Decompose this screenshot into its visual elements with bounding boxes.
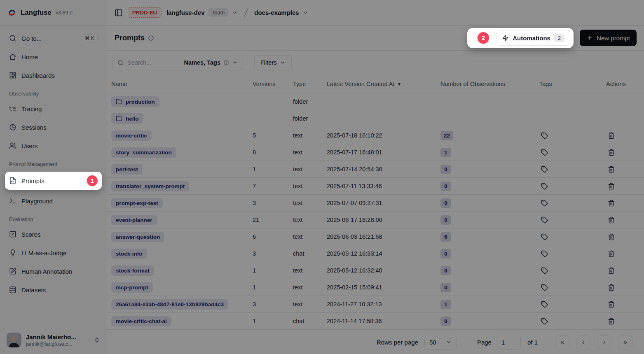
delete-button[interactable] <box>606 249 616 259</box>
first-page-button[interactable]: « <box>555 335 569 349</box>
delete-button[interactable] <box>606 316 616 326</box>
filters-button[interactable]: Filters <box>254 55 292 70</box>
prompt-name-badge[interactable]: answer-question <box>111 232 164 242</box>
prompts-table: Name Versions Type Latest Version Create… <box>107 75 644 330</box>
delete-button[interactable] <box>606 215 616 225</box>
sidebar-item-users[interactable]: Users <box>5 138 102 153</box>
cell-type: text <box>293 284 327 291</box>
info-icon[interactable] <box>148 35 154 41</box>
delete-button[interactable] <box>606 282 616 293</box>
table-row[interactable]: hello folder <box>107 110 644 127</box>
search-icon <box>9 35 16 42</box>
cell-created: 2024-11-27 10:32:13 <box>327 301 440 307</box>
delete-button[interactable] <box>606 232 616 242</box>
sidebar: Langfuse v3.89.0 Go to... ⌘ K Home <box>0 0 107 354</box>
sidebar-item-prompts[interactable]: Prompts 1 <box>5 172 102 190</box>
table-row[interactable]: stock-info 3 chat 2025-05-12 16:33:14 0 <box>107 245 644 262</box>
previous-page-button[interactable]: ‹ <box>576 335 590 349</box>
table-row[interactable]: event-planner 21 text 2025-06-17 16:28:0… <box>107 212 644 228</box>
prompt-name-badge[interactable]: movie-critic-chat-ai <box>111 316 171 326</box>
table-row[interactable]: answer-question 6 text 2025-06-03 16:21:… <box>107 228 644 245</box>
section-label-evaluation: Evaluation <box>5 217 102 222</box>
environment-badge[interactable]: PROD-EU <box>128 7 162 18</box>
last-page-button[interactable]: » <box>618 335 632 349</box>
prompt-name-label: stock-format <box>116 268 150 274</box>
tag-button[interactable] <box>539 147 550 158</box>
table-row[interactable]: mcp-prompt 1 text 2025-02-15 15:09:41 0 <box>107 279 644 296</box>
sidebar-item-llm-judge[interactable]: LLM-as-a-Judge <box>5 245 102 260</box>
user-menu[interactable]: Jannik Maierho... jannik@langfuse.c... <box>0 327 107 354</box>
delete-button[interactable] <box>606 198 616 208</box>
prompt-name-badge[interactable]: production <box>111 96 159 107</box>
next-page-button[interactable]: › <box>597 335 611 349</box>
tracing-icon <box>9 105 16 112</box>
tag-button[interactable] <box>539 130 550 141</box>
prompt-name-badge[interactable]: mcp-prompt <box>111 282 153 293</box>
prompt-name-badge[interactable]: event-planner <box>111 215 157 225</box>
table-row[interactable]: perf-test 1 text 2025-07-14 20:54:30 0 <box>107 161 644 178</box>
cell-created: 2025-05-12 16:33:14 <box>327 250 440 257</box>
prompt-name-badge[interactable]: perf-test <box>111 164 143 175</box>
section-label-prompt-management: Prompt Management <box>5 161 102 167</box>
prompt-name-badge[interactable]: movie-critic <box>111 130 152 141</box>
tag-button[interactable] <box>539 316 550 326</box>
tag-button[interactable] <box>539 181 550 191</box>
prompt-name-badge[interactable]: stock-format <box>111 266 154 276</box>
tag-button[interactable] <box>539 299 550 310</box>
tag-button[interactable] <box>539 249 550 259</box>
chevron-down-icon <box>302 9 309 16</box>
automations-button[interactable]: Automations 2 <box>496 30 570 46</box>
breadcrumb-organization[interactable]: langfuse-dev Team <box>166 8 238 17</box>
sidebar-item-scores[interactable]: Scores <box>5 227 102 242</box>
delete-button[interactable] <box>606 147 616 158</box>
search-scope-dropdown[interactable]: Names, Tags <box>184 59 238 66</box>
prompt-name-badge[interactable]: hello <box>111 113 143 124</box>
sidebar-item-sessions[interactable]: Sessions <box>5 120 102 135</box>
table-row[interactable]: stock-format 1 text 2025-05-12 16:32:40 … <box>107 262 644 279</box>
delete-button[interactable] <box>606 130 616 141</box>
sidebar-item-home[interactable]: Home <box>5 49 102 64</box>
rows-per-page-select[interactable]: 50 <box>424 335 457 350</box>
tag-button[interactable] <box>539 282 550 293</box>
table-row[interactable]: 26a61a94-e3ab-48d7-81e0-13b929bad4c3 3 t… <box>107 296 644 313</box>
prompt-name-badge[interactable]: stock-info <box>111 249 147 259</box>
delete-button[interactable] <box>606 164 616 175</box>
sidebar-item-goto[interactable]: Go to... ⌘ K <box>5 31 102 46</box>
tag-icon <box>541 200 548 207</box>
delete-button[interactable] <box>606 299 616 310</box>
cell-versions: 6 <box>253 233 293 240</box>
table-row[interactable]: movie-critic-chat-ai 1 chat 2024-11-14 1… <box>107 313 644 330</box>
tag-button[interactable] <box>539 198 550 208</box>
tag-button[interactable] <box>539 164 550 175</box>
sidebar-item-human-annotation[interactable]: Human Annotation <box>5 264 102 279</box>
sidebar-item-playground[interactable]: Playground <box>5 193 102 208</box>
new-prompt-button[interactable]: New prompt <box>580 30 637 46</box>
table-row[interactable]: prompt-exp-test 3 text 2025-07-07 09:37:… <box>107 195 644 212</box>
prompt-name-badge[interactable]: 26a61a94-e3ab-48d7-81e0-13b929bad4c3 <box>111 299 228 310</box>
tag-button[interactable] <box>539 266 550 276</box>
page-number-input[interactable] <box>497 335 521 350</box>
table-row[interactable]: production folder <box>107 93 644 110</box>
sidebar-item-label: Datasets <box>21 286 46 293</box>
prompt-name-badge[interactable]: prompt-exp-test <box>111 198 163 208</box>
delete-button[interactable] <box>606 181 616 191</box>
prompt-name-label: perf-test <box>116 166 138 172</box>
search-input[interactable] <box>127 59 180 66</box>
delete-button[interactable] <box>606 266 616 276</box>
column-header-actions: Actions <box>606 81 644 87</box>
tag-button[interactable] <box>539 215 550 225</box>
sidebar-item-tracing[interactable]: Tracing <box>5 101 102 116</box>
sidebar-item-datasets[interactable]: Datasets <box>5 282 102 297</box>
table-row[interactable]: translator_system-prompt 7 text 2025-07-… <box>107 178 644 195</box>
automations-label: Automations <box>513 35 550 42</box>
table-row[interactable]: story_summarization 8 text 2025-07-17 16… <box>107 144 644 161</box>
tag-button[interactable] <box>539 232 550 242</box>
sidebar-item-dashboards[interactable]: Dashboards <box>5 68 102 83</box>
sidebar-toggle-icon[interactable] <box>115 9 123 17</box>
breadcrumb-project[interactable]: docs-examples <box>254 9 308 16</box>
table-row[interactable]: movie-critic 5 text 2025-07-18 16:10:22 … <box>107 127 644 144</box>
column-header-latest-version[interactable]: Latest Version Created At ▼ <box>327 81 440 87</box>
prompt-name-badge[interactable]: story_summarization <box>111 147 176 158</box>
column-header-observations: Number of Observations <box>440 81 539 87</box>
prompt-name-badge[interactable]: translator_system-prompt <box>111 181 189 191</box>
